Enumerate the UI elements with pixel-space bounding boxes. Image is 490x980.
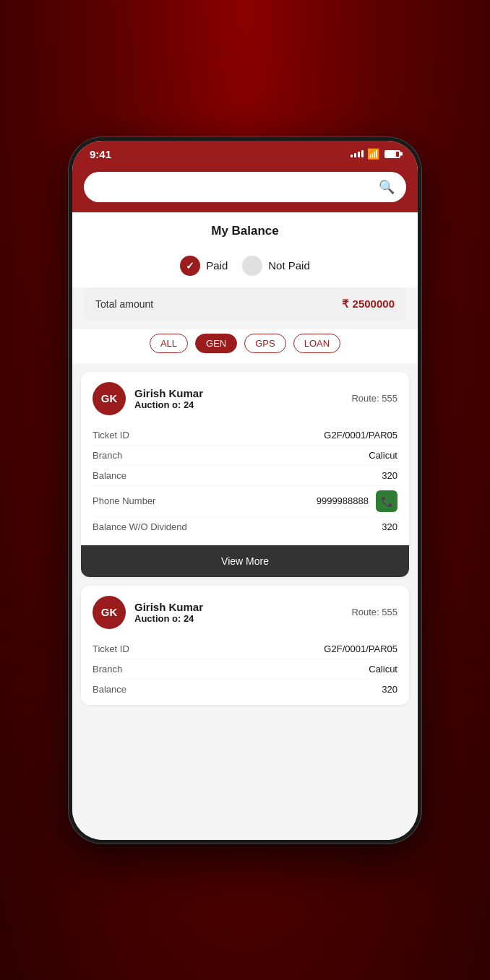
branch-label-1: Branch (93, 450, 122, 461)
phone-value-1: 9999988888 (317, 495, 369, 506)
ticket-id-label-2: Ticket ID (93, 643, 129, 654)
ticket-id-value-1: G2F/0001/PAR05 (324, 430, 397, 441)
view-more-button-1[interactable]: View More (81, 545, 409, 577)
filter-gen[interactable]: GEN (195, 334, 237, 353)
balance-wod-value-1: 320 (382, 521, 397, 532)
customer-card-1: GK Girish Kumar Auction o: 24 Route: 555… (81, 372, 409, 577)
customer-card-2: GK Girish Kumar Auction o: 24 Route: 555… (81, 586, 409, 705)
search-icon[interactable]: 🔍 (379, 179, 395, 195)
call-button-1[interactable]: 📞 (376, 490, 397, 512)
toggle-container: ✓ Paid Not Paid (72, 250, 418, 287)
status-icons: 📶 (351, 148, 400, 160)
ticket-id-row-1: Ticket ID G2F/0001/PAR05 (93, 425, 397, 446)
search-bar: 🔍 (84, 172, 406, 202)
branch-row-1: Branch Calicut (93, 446, 397, 466)
total-amount-label: Total amount (95, 298, 153, 310)
paid-toggle[interactable]: ✓ Paid (180, 256, 228, 276)
wifi-icon: 📶 (367, 148, 379, 160)
main-content: My Balance ✓ Paid Not Paid Total amo (72, 212, 418, 840)
card-header-info-2: Girish Kumar Auction o: 24 (134, 601, 343, 624)
ticket-id-row-2: Ticket ID G2F/0001/PAR05 (93, 639, 397, 659)
phone-icon-1: 📞 (381, 495, 393, 507)
ticket-id-value-2: G2F/0001/PAR05 (324, 643, 397, 654)
filter-gps[interactable]: GPS (244, 334, 285, 353)
filter-loan[interactable]: LOAN (293, 334, 340, 353)
total-amount-bar: Total amount ₹ 2500000 (84, 287, 406, 321)
filter-all[interactable]: ALL (150, 334, 188, 353)
balance-wod-row-1: Balance W/O Dividend 320 (93, 517, 397, 537)
ticket-id-label-1: Ticket ID (93, 430, 129, 441)
avatar-1: GK (93, 382, 126, 415)
balance-row-2: Balance 320 (93, 680, 397, 699)
page-title: My Balance (211, 224, 279, 238)
signal-icon (351, 150, 364, 157)
card-header-1: GK Girish Kumar Auction o: 24 Route: 555 (81, 372, 409, 422)
paid-label: Paid (206, 259, 228, 272)
filter-tabs: ALL GEN GPS LOAN (72, 329, 418, 363)
balance-value-1: 320 (382, 470, 397, 481)
branch-value-1: Calicut (369, 450, 397, 461)
page-header: My Balance (72, 212, 418, 250)
phone-row-1: Phone Number 9999988888 📞 (93, 486, 397, 517)
route-info-1: Route: 555 (351, 393, 397, 404)
card-header-info-1: Girish Kumar Auction o: 24 (134, 387, 343, 410)
balance-wod-label-1: Balance W/O Dividend (93, 521, 187, 532)
avatar-2: GK (93, 596, 126, 629)
balance-row-1: Balance 320 (93, 466, 397, 486)
phone-inner: 9:41 📶 🔍 (72, 141, 418, 840)
not-paid-toggle-circle (242, 256, 262, 276)
branch-value-2: Calicut (369, 664, 397, 675)
balance-label-2: Balance (93, 684, 126, 695)
status-bar: 9:41 📶 (72, 141, 418, 166)
search-input[interactable] (95, 181, 379, 193)
search-bar-container: 🔍 (72, 166, 418, 212)
phone-label-1: Phone Number (93, 495, 155, 506)
card-details-1: Ticket ID G2F/0001/PAR05 Branch Calicut … (81, 422, 409, 542)
phone-frame: 9:41 📶 🔍 (68, 136, 422, 844)
customer-name-2: Girish Kumar (134, 601, 343, 613)
card-header-2: GK Girish Kumar Auction o: 24 Route: 555 (81, 586, 409, 636)
check-icon: ✓ (186, 260, 194, 272)
not-paid-toggle[interactable]: Not Paid (242, 256, 310, 276)
branch-label-2: Branch (93, 664, 122, 675)
auction-info-1: Auction o: 24 (134, 399, 343, 410)
customer-name-1: Girish Kumar (134, 387, 343, 399)
not-paid-label: Not Paid (268, 259, 310, 272)
phone-value-container-1: 9999988888 📞 (317, 490, 397, 512)
route-info-2: Route: 555 (351, 607, 397, 617)
battery-icon (384, 150, 400, 158)
status-time: 9:41 (90, 148, 111, 160)
total-amount-value: ₹ 2500000 (342, 298, 395, 311)
card-details-2: Ticket ID G2F/0001/PAR05 Branch Calicut … (81, 636, 409, 705)
paid-toggle-circle: ✓ (180, 256, 200, 276)
branch-row-2: Branch Calicut (93, 659, 397, 680)
balance-value-2: 320 (382, 684, 397, 695)
auction-info-2: Auction o: 24 (134, 613, 343, 624)
balance-label-1: Balance (93, 470, 126, 481)
